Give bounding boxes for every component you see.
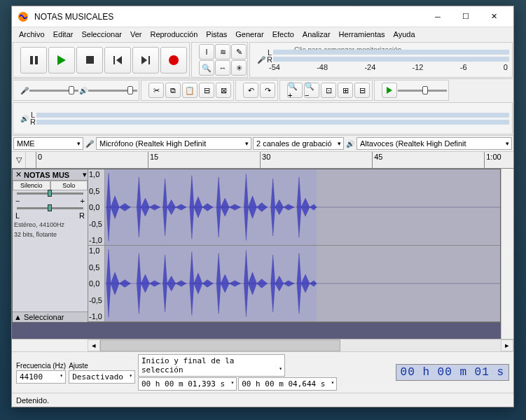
zoom-fit-selection-button[interactable]: ⊡ [321,83,336,98]
multi-tool-button[interactable]: ✳ [231,60,247,76]
waveform-channel-left[interactable]: 1,00,50,0-0,5-1,0 [88,169,500,246]
zoom-tool-button[interactable]: 🔍 [199,60,214,76]
toolbar-row-1: I ≋ ✎ 🔍 ↔ ✳ Clic para comenzar monitoriz… [12,41,513,79]
selection-start-input[interactable]: 00 h 00 m 01,393 s [138,377,237,391]
toolbar-grip[interactable] [376,82,380,99]
track-collapse-button[interactable]: ▲ Seleccionar [13,312,88,322]
track-gain-slider[interactable] [13,190,88,197]
record-button[interactable] [160,47,187,74]
timeline-tick: 30 [260,152,270,168]
waveform-channel-right[interactable]: 1,00,50,0-0,5-1,0 [88,246,500,322]
record-volume-slider[interactable] [29,84,78,97]
speaker-icon [345,139,355,148]
speaker-icon [78,85,88,95]
mic-icon [20,85,29,95]
record-meter-toolbar: Clic para comenzar monitorización L R -5… [249,42,513,78]
timeshift-tool-button[interactable]: ↔ [215,60,230,76]
track-mute-button[interactable]: Silencio [13,181,50,190]
playback-volume-slider[interactable] [88,84,137,97]
zoom-in-button[interactable]: 🔍+ [287,83,303,98]
record-meter[interactable]: Clic para comenzar monitorización L R -5… [266,46,511,74]
scroll-right-button[interactable]: ▸ [501,340,513,351]
project-rate-label: Frecuencia (Hz) [16,362,66,370]
copy-button[interactable]: ⧉ [165,83,181,98]
play-at-speed-button[interactable] [382,83,397,98]
scroll-left-button[interactable]: ◂ [88,340,100,351]
silence-button[interactable]: ⊠ [216,83,231,98]
app-window: NOTAS MUSICALES ─ ☐ ✕ Archivo Editar Sel… [11,6,514,407]
toolbar-grip[interactable] [193,52,197,69]
track-waveform[interactable]: 1,00,50,0-0,5-1,0 [88,169,500,322]
playback-meter[interactable]: L R [29,104,511,132]
timeline-ruler[interactable]: 0 15 30 45 1:00 [26,152,513,168]
tools-toolbar: I ≋ ✎ 🔍 ↔ ✳ [191,42,248,78]
skip-start-button[interactable] [104,47,131,74]
timeline[interactable]: ▽ 0 15 30 45 1:00 [12,152,513,169]
vertical-scrollbar[interactable] [501,169,513,339]
track-name[interactable]: NOTAS MUS [24,171,83,179]
output-device-select[interactable]: Altavoces (Realtek High Definit [357,137,512,150]
selection-mode-select[interactable]: Inicio y final de la selección [138,354,285,377]
track-control-panel: ✕ NOTAS MUS ▾ Silencio Solo −+ [13,169,88,322]
draw-tool-button[interactable]: ✎ [231,44,247,59]
zoom-out-button[interactable]: 🔍− [304,83,319,98]
empty-track-area[interactable] [12,323,501,339]
menu-ver[interactable]: Ver [126,29,146,40]
toolbar-grip[interactable] [143,82,146,99]
menu-archivo[interactable]: Archivo [15,29,49,40]
zoom-toggle-button[interactable]: ⊟ [354,83,370,98]
input-channels-select[interactable]: 2 canales de grabació [253,137,344,150]
stop-button[interactable] [76,47,103,74]
track-pan-slider[interactable] [13,205,88,211]
toolbar-grip[interactable] [282,82,285,99]
audio-position-display[interactable]: 00 h 00 m 01 s [396,364,509,381]
menu-ayuda[interactable]: Ayuda [389,29,420,40]
zoom-fit-project-button[interactable]: ⊞ [338,83,353,98]
mic-icon[interactable] [256,55,266,65]
minimize-button[interactable]: ─ [424,8,452,25]
track-close-button[interactable]: ✕ [13,170,24,179]
selection-tool-button[interactable]: I [199,44,214,59]
status-text: Detenido. [16,396,49,405]
close-button[interactable]: ✕ [480,8,508,25]
menu-seleccionar[interactable]: Seleccionar [77,29,125,40]
toolbar-grip[interactable] [15,110,18,127]
pause-button[interactable] [20,47,47,74]
device-toolbar: MME Micrófono (Realtek High Definit 2 ca… [12,136,513,152]
horizontal-scrollbar[interactable]: ◂ ▸ [12,339,513,351]
selection-toolbar: Frecuencia (Hz) 44100 Ajuste Desactivado… [12,351,513,393]
toolbar-grip[interactable] [15,52,18,69]
play-speed-slider[interactable] [398,84,447,97]
menu-pistas[interactable]: Pistas [202,29,231,40]
window-title: NOTAS MUSICALES [34,12,424,22]
track-menu-button[interactable]: ▾ [83,170,87,179]
snap-select[interactable]: Desactivado [69,370,135,384]
paste-button[interactable]: 📋 [182,83,198,98]
timeline-tick: 1:00 [484,152,501,168]
cut-button[interactable]: ✂ [148,83,164,98]
redo-button[interactable]: ↷ [260,83,275,98]
menu-editar[interactable]: Editar [49,29,78,40]
menu-generar[interactable]: Generar [231,29,268,40]
toolbar-grip[interactable] [15,82,18,99]
toolbar-grip[interactable] [237,82,241,99]
project-rate-select[interactable]: 44100 [16,370,66,384]
toolbar-grip[interactable] [251,52,255,69]
trim-button[interactable]: ⊟ [199,83,214,98]
menu-herramientas[interactable]: Herramientas [335,29,389,40]
menu-analizar[interactable]: Analizar [298,29,335,40]
selection-end-input[interactable]: 00 h 00 m 04,644 s [238,377,337,391]
speaker-icon[interactable] [20,113,29,123]
maximize-button[interactable]: ☐ [452,8,480,25]
undo-button[interactable]: ↶ [243,83,258,98]
meter-scale: -54-48-24-12-60 [266,63,511,71]
menu-reproduccion[interactable]: Reproducción [146,29,202,40]
play-button[interactable] [48,47,75,74]
skip-end-button[interactable] [132,47,159,74]
audio-host-select[interactable]: MME [13,137,83,150]
envelope-tool-button[interactable]: ≋ [215,44,230,59]
menu-efecto[interactable]: Efecto [268,29,298,40]
input-device-select[interactable]: Micrófono (Realtek High Definit [96,137,251,150]
track-solo-button[interactable]: Solo [50,181,88,190]
timeline-pin-button[interactable]: ▽ [12,152,26,168]
